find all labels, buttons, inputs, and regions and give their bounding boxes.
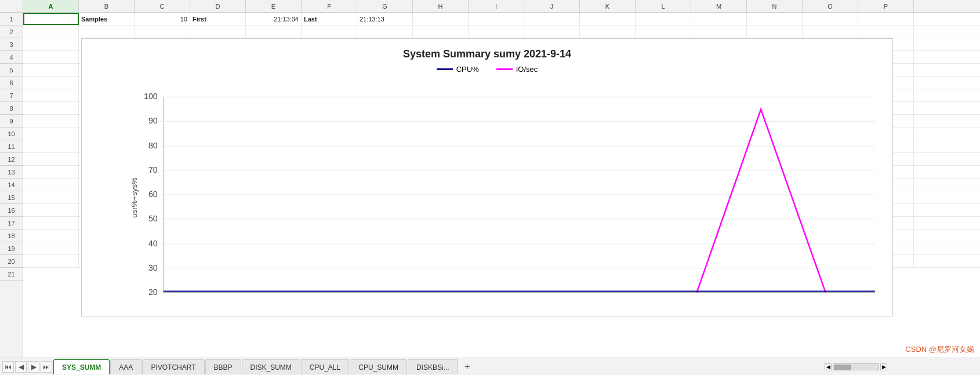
- grid-content: Samples 10 First 21:13:04 Last 21:13:13: [23, 13, 980, 375]
- svg-text:60: 60: [148, 190, 158, 199]
- col-header-o[interactable]: O: [803, 0, 858, 12]
- tab-nav-next[interactable]: ▶: [28, 361, 39, 373]
- tab-nav-prev[interactable]: ◀: [15, 361, 27, 373]
- row-num-5[interactable]: 5: [0, 64, 23, 77]
- cell-d1[interactable]: First: [190, 13, 246, 25]
- cell-h1[interactable]: [413, 13, 469, 25]
- col-header-a[interactable]: A: [23, 0, 79, 12]
- tab-nav-first[interactable]: ⏮: [2, 361, 14, 373]
- row-num-21[interactable]: 21: [0, 268, 23, 281]
- sheet-tab-sys-summ[interactable]: SYS_SUMM: [53, 359, 110, 374]
- cell-j1[interactable]: [524, 13, 580, 25]
- row-num-14[interactable]: 14: [0, 179, 23, 191]
- col-header-p[interactable]: P: [858, 0, 914, 12]
- col-header-g[interactable]: G: [357, 0, 413, 12]
- table-row: Samples 10 First 21:13:04 Last 21:13:13: [23, 13, 980, 26]
- add-sheet-button[interactable]: +: [461, 361, 474, 373]
- column-headers: A B C D E F G H I J K L M N O P: [0, 0, 980, 13]
- sheet-tab-cpu-summ[interactable]: CPU_SUMM: [350, 359, 407, 374]
- row-num-20[interactable]: 20: [0, 255, 23, 268]
- svg-text:80: 80: [148, 141, 158, 150]
- col-header-e[interactable]: E: [246, 0, 302, 12]
- col-header-j[interactable]: J: [524, 0, 580, 12]
- legend-item-io: IO/sec: [496, 65, 538, 74]
- row-numbers: 1 2 3 4 5 6 7 8 9 10 11 12 13 14 15 16 1…: [0, 13, 23, 375]
- legend-label-io: IO/sec: [516, 65, 538, 74]
- tab-scroll-area: ◀ ▶: [825, 363, 887, 370]
- tab-scrollbar-thumb: [834, 365, 851, 370]
- sheet-tab-pivotchart[interactable]: PIVOTCHART: [142, 359, 204, 374]
- row-num-4[interactable]: 4: [0, 51, 23, 64]
- col-header-f[interactable]: F: [302, 0, 357, 12]
- tab-scroll-right[interactable]: ▶: [880, 363, 887, 370]
- row-num-16[interactable]: 16: [0, 204, 23, 217]
- row-num-18[interactable]: 18: [0, 230, 23, 242]
- col-header-b[interactable]: B: [79, 0, 135, 12]
- col-header-n[interactable]: N: [747, 0, 803, 12]
- header-corner[interactable]: [0, 0, 23, 12]
- legend-label-cpu: CPU%: [456, 65, 479, 74]
- row-num-11[interactable]: 11: [0, 140, 23, 153]
- row-num-7[interactable]: 7: [0, 89, 23, 102]
- svg-text:90: 90: [148, 116, 158, 125]
- row-num-19[interactable]: 19: [0, 242, 23, 255]
- cell-i1[interactable]: [469, 13, 524, 25]
- cell-b1[interactable]: Samples: [79, 13, 135, 25]
- sheet-tab-aaa[interactable]: AAA: [110, 359, 141, 374]
- row-num-6[interactable]: 6: [0, 77, 23, 89]
- cell-a2[interactable]: [23, 26, 79, 38]
- svg-text:usr%+sys%: usr%+sys%: [130, 177, 139, 218]
- spreadsheet: A B C D E F G H I J K L M N O P 1 2 3 4 …: [0, 0, 980, 375]
- cell-p1[interactable]: [858, 13, 914, 25]
- row-num-2[interactable]: 2: [0, 26, 23, 38]
- cell-l1[interactable]: [636, 13, 691, 25]
- col-header-i[interactable]: I: [469, 0, 524, 12]
- svg-text:100: 100: [144, 92, 158, 101]
- col-header-c[interactable]: C: [135, 0, 190, 12]
- sheet-tab-cpu-all[interactable]: CPU_ALL: [301, 359, 349, 374]
- cell-a1[interactable]: [23, 13, 79, 25]
- sheet-tabs-bar: ⏮ ◀ ▶ ⏭ SYS_SUMM AAA PIVOTCHART BBBP DIS…: [0, 358, 980, 375]
- col-header-h[interactable]: H: [413, 0, 469, 12]
- table-row: [23, 26, 980, 38]
- row-num-13[interactable]: 13: [0, 166, 23, 179]
- row-num-10[interactable]: 10: [0, 128, 23, 140]
- svg-text:20: 20: [148, 287, 158, 297]
- col-header-l[interactable]: L: [636, 0, 691, 12]
- tab-scrollbar[interactable]: [833, 363, 879, 370]
- sheet-tab-diskbsi[interactable]: DISKBSi...: [408, 359, 458, 374]
- svg-text:30: 30: [148, 263, 158, 272]
- row-num-8[interactable]: 8: [0, 102, 23, 115]
- main-area: 1 2 3 4 5 6 7 8 9 10 11 12 13 14 15 16 1…: [0, 13, 980, 375]
- row-num-12[interactable]: 12: [0, 153, 23, 166]
- cell-k1[interactable]: [580, 13, 636, 25]
- sheet-tab-bbbp[interactable]: BBBP: [205, 359, 241, 374]
- row-num-15[interactable]: 15: [0, 191, 23, 204]
- legend-line-io: [496, 68, 513, 70]
- svg-text:40: 40: [148, 239, 158, 248]
- row-num-9[interactable]: 9: [0, 115, 23, 128]
- cell-f1[interactable]: Last: [302, 13, 357, 25]
- cell-o1[interactable]: [803, 13, 858, 25]
- chart-container: System Summary sumy 2021-9-14 CPU% IO/se…: [81, 38, 893, 316]
- row-num-3[interactable]: 3: [0, 38, 23, 51]
- row-num-17[interactable]: 17: [0, 217, 23, 230]
- cell-c1[interactable]: 10: [135, 13, 190, 25]
- chart-svg: 100 90 80 70 60 50: [128, 91, 881, 304]
- col-header-m[interactable]: M: [691, 0, 747, 12]
- io-line: [697, 110, 826, 293]
- cell-n1[interactable]: [747, 13, 803, 25]
- col-header-d[interactable]: D: [190, 0, 246, 12]
- legend-item-cpu: CPU%: [437, 65, 479, 74]
- svg-text:70: 70: [148, 165, 158, 174]
- legend-line-cpu: [437, 68, 453, 70]
- row-num-1[interactable]: 1: [0, 13, 23, 26]
- watermark: CSDN @尼罗河女娲: [905, 344, 974, 355]
- cell-m1[interactable]: [691, 13, 747, 25]
- col-header-k[interactable]: K: [580, 0, 636, 12]
- sheet-tab-disk-summ[interactable]: DISK_SUMM: [242, 359, 300, 374]
- cell-g1[interactable]: 21:13:13: [357, 13, 413, 25]
- tab-scroll-left[interactable]: ◀: [825, 363, 832, 370]
- tab-nav-last[interactable]: ⏭: [41, 361, 52, 373]
- cell-e1[interactable]: 21:13:04: [246, 13, 302, 25]
